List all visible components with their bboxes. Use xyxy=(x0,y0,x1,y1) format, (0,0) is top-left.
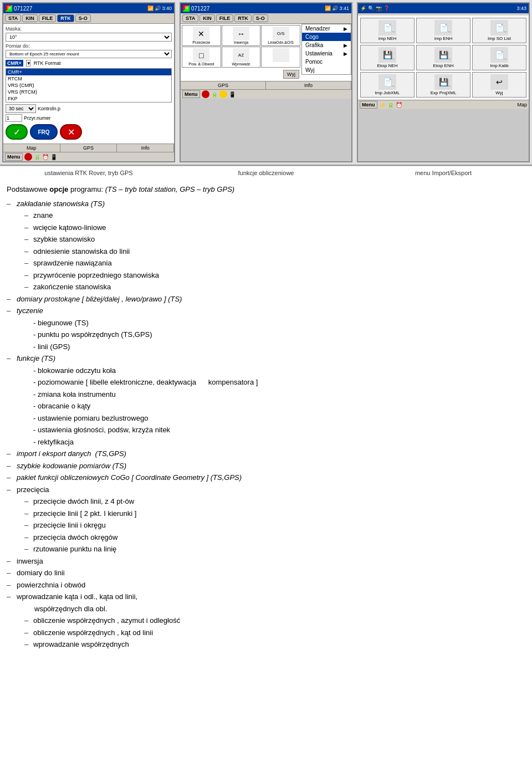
windows-logo-icon-2: ⊞ xyxy=(183,5,190,12)
sub-obl1: – obliczenie współrzędnych , azymut i od… xyxy=(24,615,525,626)
screen2-btn-file[interactable]: FILE xyxy=(216,14,234,22)
screen1-bottom-tabs: Map GPS Info xyxy=(3,144,174,152)
imp-cell-imp-neh[interactable]: 📄 → Imp NEH xyxy=(360,18,415,43)
cmr-option-rtcm[interactable]: RTCM xyxy=(6,75,171,82)
cmr-dropdown-arrow[interactable]: ▼ xyxy=(26,60,30,67)
num-input[interactable] xyxy=(6,114,22,122)
screen1-btn-rtk[interactable]: RTK xyxy=(57,14,74,22)
screen2-bottom-bar: Menu 🔋 📱 xyxy=(181,89,351,99)
screen3-content: 📄 → Imp NEH 📄 → Imp ENH 📄 → xyxy=(358,16,529,100)
imp-cell-imp-kalib[interactable]: 📄 → Imp Kalib xyxy=(472,45,526,70)
screen2-status-icons: 📶 🔊 3:41 xyxy=(325,6,349,11)
imp-cell-wyj[interactable]: ↩ Wyj xyxy=(472,72,526,98)
cmr-option-vrscmr[interactable]: VRS (CMR) xyxy=(6,82,171,89)
screen1-time: 3:40 xyxy=(162,6,172,11)
pomiar-do-select[interactable]: Bottom of Epoch 25 receiver mount xyxy=(6,50,172,58)
menu-button-2[interactable]: Menu xyxy=(182,90,200,98)
sub-obl3: – wprowadzanie współrzędnych xyxy=(24,639,525,650)
cogo-cell-inwersja[interactable]: ↔ Inwersja xyxy=(222,25,261,46)
menu-button-3[interactable]: Menu xyxy=(360,101,377,109)
sub-p1: – przecięcie dwóch linii, z 4 pt-ów xyxy=(24,496,525,507)
screen2-toolbar: STA KIN FILE RTK S-O xyxy=(181,13,351,24)
menu-button-1[interactable]: Menu xyxy=(5,153,23,161)
flash-btn-icon: ⚡ xyxy=(379,102,386,108)
sub-dash-b3 xyxy=(24,341,33,352)
bullet-wprowadzanie: – wprowadzanie kąta i odl., kąta od lini… xyxy=(7,591,525,602)
pow-icon: □ xyxy=(193,48,209,62)
imp-so-label: Imp SO List xyxy=(474,36,525,41)
wyj-button[interactable]: Wyj xyxy=(283,70,299,79)
menu-item-ustawienia[interactable]: Ustawienia ▶ xyxy=(302,49,351,58)
imp-cell-eksp-neh[interactable]: 💾 → Eksp NEH xyxy=(360,45,415,70)
dash-powierzchnia: – xyxy=(7,580,17,591)
text-obl3: wprowadzanie współrzędnych xyxy=(33,639,129,650)
menu-item-pomoc[interactable]: Pomoc xyxy=(302,58,351,66)
menu-item-grafika[interactable]: Grafika ▶ xyxy=(302,41,351,49)
tab-info[interactable]: Info xyxy=(117,144,174,152)
cogo-cell-pow[interactable]: □ Pow. & Obwod xyxy=(182,47,221,68)
cmr-option-vrsrtcm[interactable]: VRS (RTCM) xyxy=(6,89,171,95)
menu-item-cogo[interactable]: Cogo xyxy=(302,33,351,41)
phone-icon-2: 📱 xyxy=(229,91,236,98)
sub-p5: – rzutowanie punktu na linię xyxy=(24,544,525,555)
cancel-button[interactable]: ✕ xyxy=(60,124,82,140)
screen2-btn-so[interactable]: S-O xyxy=(253,14,268,22)
screen2-btn-rtk[interactable]: RTK xyxy=(234,14,252,22)
sub-biegunowe: - biegunowe (TS) xyxy=(24,318,525,329)
bullet-funkcje: – funkcje (TS) xyxy=(7,353,525,364)
menu-item-menadzer[interactable]: Menadzer ▶ xyxy=(302,24,351,33)
imp-cell-imp-so[interactable]: 📄 → Imp SO List xyxy=(472,18,526,43)
text-obl1: obliczenie współrzędnych , azymut i odle… xyxy=(33,615,180,626)
imp-cell-imp-enh[interactable]: 📄 → Imp ENH xyxy=(416,18,470,43)
cogo-cell-przeciecie[interactable]: ✕ Przeciecie xyxy=(182,25,221,46)
screen1-btn-kin[interactable]: KIN xyxy=(22,14,38,22)
cogo-cell-wprowadz[interactable]: AZ Wprowadz xyxy=(222,47,261,68)
screen1-btn-so[interactable]: S-O xyxy=(75,14,91,22)
windows-logo-icon: ⊞ xyxy=(6,5,12,12)
eksp-neh-label: Eksp NEH xyxy=(362,63,413,68)
text-p1: przecięcie dwóch linii, z 4 pt-ów xyxy=(33,496,134,507)
text-obracanie: - obracanie o kąty xyxy=(33,401,90,412)
maska-select[interactable]: 10° xyxy=(6,33,172,42)
bullet-szybkie-kod: – szybkie kodowanie pomiarów (TS) xyxy=(7,461,525,472)
frq-button[interactable]: FRQ xyxy=(30,124,58,140)
sec-select[interactable]: 30 sec xyxy=(6,104,36,113)
screen1-toolbar: STA KIN FILE RTK S-O xyxy=(3,13,174,24)
screen2-btn-sta[interactable]: STA xyxy=(182,14,198,22)
text-znane: znane xyxy=(33,210,53,221)
imp-neh-label: Imp NEH xyxy=(362,36,413,41)
screen1-btn-file[interactable]: FILE xyxy=(39,14,57,22)
tab-gps-2[interactable]: GPS xyxy=(181,81,266,89)
clock-icon-3: ⏰ xyxy=(396,102,402,108)
menu-item-wyj[interactable]: Wyj xyxy=(302,66,351,74)
maska-label: Maska: xyxy=(6,26,172,32)
sub-dash-p1: – xyxy=(24,496,33,507)
imp-cell-exp-projxml[interactable]: 💾 → Exp ProjXML xyxy=(416,72,470,98)
screen2-btn-kin[interactable]: KIN xyxy=(200,14,215,22)
ok-button[interactable]: ✓ xyxy=(6,124,28,140)
screen1-device: ⊞ 071227 📶 🔊 3:40 STA KIN FILE RTK S-O M… xyxy=(2,2,175,162)
cogo-cell-linia-odn[interactable]: O/S LiniaOdn.&O/S xyxy=(261,25,300,46)
tab-map[interactable]: Map xyxy=(3,144,60,152)
tab-gps[interactable]: GPS xyxy=(60,144,117,152)
sub-dash-f3 xyxy=(24,389,33,400)
bullet-pakiet: – pakiet funkcji obliczeniowych CoGo [ C… xyxy=(7,472,525,483)
imp-cell-eksp-enh[interactable]: 💾 → Eksp ENH xyxy=(416,45,470,70)
arrow-icon-1: → xyxy=(391,29,395,34)
tab-info-2[interactable]: Info xyxy=(266,81,351,89)
cogo-menu-area: Menadzer ▶ Cogo Grafika ▶ Ustawienia ▶ xyxy=(301,24,351,81)
cogo-label-2: Inwersja xyxy=(223,40,260,44)
cmr-option-cmrplus[interactable]: CMR+ xyxy=(6,69,171,75)
imp-cell-imp-jobxml[interactable]: 📄 → Imp JobXML xyxy=(360,72,415,98)
screen1-btn-sta[interactable]: STA xyxy=(5,14,21,22)
przeciecia-sub-section: – przecięcie dwóch linii, z 4 pt-ów – pr… xyxy=(18,496,525,555)
text-ustawienia: - ustawienia głośności, podśw, krzyża ni… xyxy=(33,425,170,436)
cmr-option-fkp[interactable]: FKP xyxy=(6,95,171,102)
arrow-icon-6: → xyxy=(503,57,507,62)
text-p4: przecięcia dwóch okręgów xyxy=(33,532,117,543)
dash-funkcje: – xyxy=(7,353,17,364)
bullet-zakladanie: – zakładanie stanowiska (TS) xyxy=(7,198,525,209)
dash-tyczenie: – xyxy=(7,305,17,316)
map-label-3: Map xyxy=(517,102,527,108)
kontroln-label: Kontroln.p xyxy=(38,106,60,111)
